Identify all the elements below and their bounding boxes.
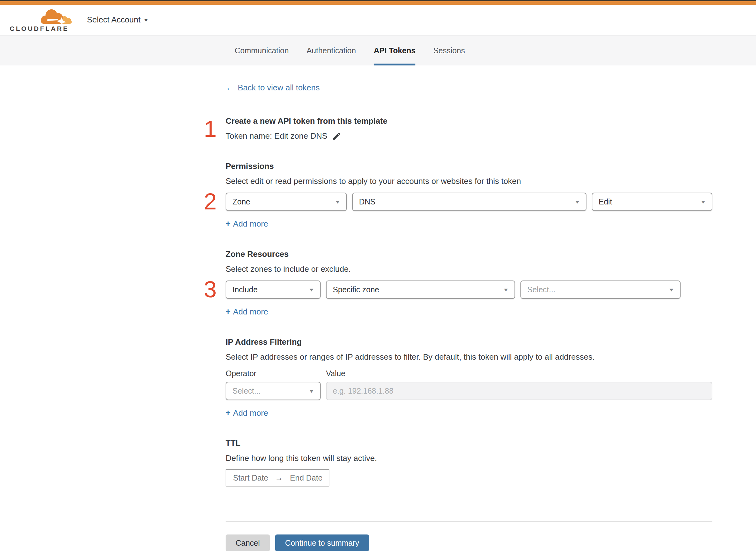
brand-accent-bar bbox=[0, 1, 756, 5]
add-more-label: Add more bbox=[233, 307, 268, 317]
zone-value-placeholder: Select... bbox=[527, 285, 555, 294]
chevron-down-icon: ▼ bbox=[308, 388, 315, 394]
app-header: CLOUDFLARE Select Account ▼ bbox=[0, 5, 756, 35]
zone-operator-value: Include bbox=[232, 285, 258, 294]
permission-scope-select[interactable]: Zone ▼ bbox=[226, 192, 347, 211]
continue-to-summary-button[interactable]: Continue to summary bbox=[275, 534, 369, 551]
back-to-tokens-link[interactable]: ← Back to view all tokens bbox=[226, 83, 320, 93]
start-date-label: Start Date bbox=[233, 473, 268, 482]
cloudflare-cloud-icon bbox=[38, 7, 73, 24]
cancel-button[interactable]: Cancel bbox=[226, 534, 270, 551]
logo-wordmark: CLOUDFLARE bbox=[10, 25, 69, 32]
chevron-down-icon: ▼ bbox=[335, 199, 341, 204]
zone-type-value: Specific zone bbox=[333, 285, 379, 294]
step-number-3: 3 bbox=[204, 278, 216, 301]
create-token-heading: Create a new API token from this templat… bbox=[226, 115, 712, 127]
step-number-1: 1 bbox=[204, 117, 216, 140]
end-date-label: End Date bbox=[290, 473, 322, 482]
back-link-label: Back to view all tokens bbox=[238, 83, 320, 93]
chevron-down-icon: ▼ bbox=[668, 287, 675, 292]
ip-filtering-section: IP Address Filtering Select IP addresses… bbox=[226, 336, 712, 418]
add-more-label: Add more bbox=[233, 408, 268, 418]
ip-operator-placeholder: Select... bbox=[232, 387, 260, 396]
permission-category-select[interactable]: DNS ▼ bbox=[352, 192, 587, 211]
back-arrow-icon: ← bbox=[226, 83, 234, 93]
permissions-section: 2 Permissions Select edit or read permis… bbox=[226, 160, 712, 229]
permission-access-select[interactable]: Edit ▼ bbox=[592, 192, 712, 211]
chevron-down-icon: ▼ bbox=[503, 287, 509, 292]
permission-category-value: DNS bbox=[359, 197, 375, 206]
ttl-description: Define how long this token will stay act… bbox=[226, 452, 712, 464]
main-content: ← Back to view all tokens 1 Create a new… bbox=[226, 65, 712, 551]
ip-operator-select[interactable]: Select... ▼ bbox=[226, 382, 321, 400]
step-number-2: 2 bbox=[204, 190, 216, 213]
ttl-heading: TTL bbox=[226, 437, 712, 449]
date-range-picker[interactable]: Start Date → End Date bbox=[226, 469, 329, 487]
zone-resources-section: 3 Zone Resources Select zones to include… bbox=[226, 248, 712, 317]
ip-filtering-add-more-link[interactable]: + Add more bbox=[226, 408, 268, 418]
zone-resources-description: Select zones to include or exclude. bbox=[226, 263, 712, 275]
tab-api-tokens[interactable]: API Tokens bbox=[373, 36, 416, 65]
cloudflare-logo[interactable]: CLOUDFLARE bbox=[10, 7, 69, 32]
tab-authentication[interactable]: Authentication bbox=[307, 36, 356, 65]
plus-icon: + bbox=[226, 219, 231, 229]
zone-operator-select[interactable]: Include ▼ bbox=[226, 281, 321, 299]
zone-value-select[interactable]: Select... ▼ bbox=[521, 281, 681, 299]
plus-icon: + bbox=[226, 408, 231, 418]
plus-icon: + bbox=[226, 307, 231, 317]
edit-pencil-icon[interactable] bbox=[332, 131, 341, 141]
zone-type-select[interactable]: Specific zone ▼ bbox=[326, 281, 515, 299]
tab-communication[interactable]: Communication bbox=[235, 36, 289, 65]
permission-access-value: Edit bbox=[599, 197, 612, 206]
account-selector[interactable]: Select Account ▼ bbox=[87, 15, 148, 25]
add-more-label: Add more bbox=[233, 219, 268, 229]
account-selector-label: Select Account bbox=[87, 15, 140, 25]
chevron-down-icon: ▼ bbox=[143, 17, 149, 22]
permissions-description: Select edit or read permissions to apply… bbox=[226, 175, 712, 187]
value-label: Value bbox=[326, 369, 345, 378]
chevron-down-icon: ▼ bbox=[308, 287, 315, 292]
permissions-add-more-link[interactable]: + Add more bbox=[226, 219, 268, 229]
footer-actions: Cancel Continue to summary bbox=[226, 534, 712, 551]
footer-divider bbox=[226, 521, 712, 522]
token-name-section: 1 Create a new API token from this templ… bbox=[226, 115, 712, 141]
tab-bar: Communication Authentication API Tokens … bbox=[0, 35, 756, 65]
permissions-heading: Permissions bbox=[226, 160, 712, 172]
permission-scope-value: Zone bbox=[232, 197, 250, 206]
chevron-down-icon: ▼ bbox=[700, 199, 706, 204]
chevron-down-icon: ▼ bbox=[574, 199, 581, 204]
ttl-section: TTL Define how long this token will stay… bbox=[226, 437, 712, 487]
tab-sessions[interactable]: Sessions bbox=[433, 36, 465, 65]
zone-resources-heading: Zone Resources bbox=[226, 248, 712, 260]
arrow-right-icon: → bbox=[275, 473, 283, 483]
zone-resources-add-more-link[interactable]: + Add more bbox=[226, 307, 268, 317]
ip-value-input[interactable] bbox=[326, 382, 712, 400]
ip-filtering-description: Select IP addresses or ranges of IP addr… bbox=[226, 351, 712, 363]
token-name-text: Token name: Edit zone DNS bbox=[226, 131, 327, 141]
ip-filtering-heading: IP Address Filtering bbox=[226, 336, 712, 348]
operator-label: Operator bbox=[226, 369, 326, 378]
